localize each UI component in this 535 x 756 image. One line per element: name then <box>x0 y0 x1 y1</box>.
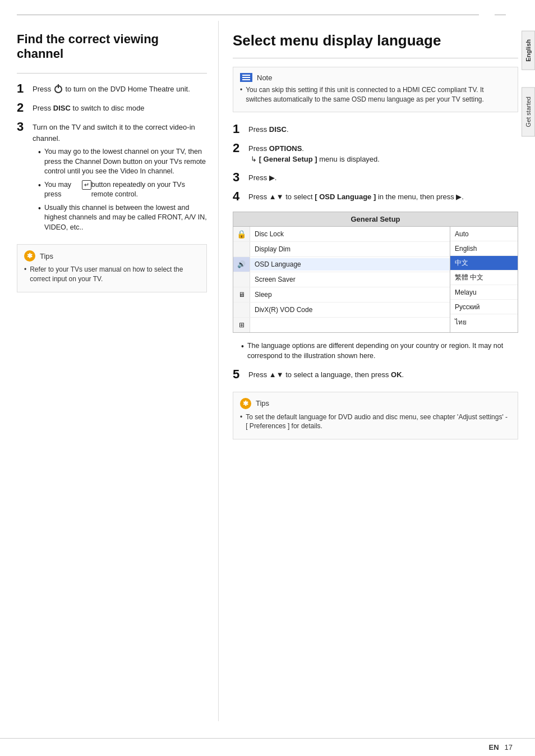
right-section-title: Select menu display language <box>233 32 518 49</box>
step-1-content: Press to turn on the DVD Home Theatre un… <box>33 82 207 95</box>
right-step-1-content: Press DISC. <box>248 122 518 135</box>
step-3-content: Turn on the TV and switch it to the corr… <box>33 120 207 236</box>
right-step-4-number: 4 <box>233 190 248 203</box>
setup-row-3: 🔊 OSD Language <box>233 257 450 272</box>
sidebar-english-tab: English <box>522 31 535 70</box>
general-setup-table: General Setup 🔒 Disc Lock <box>233 212 518 333</box>
display-dim-label: Display Dim <box>250 243 450 255</box>
right-sidebar: English Get started <box>522 31 535 136</box>
main-content: Find the correct viewing channel 1 Press… <box>0 15 535 732</box>
step-2-content: Press DISC to switch to disc mode <box>33 101 207 114</box>
note-label: Note <box>257 74 272 82</box>
setup-left-col: 🔒 Disc Lock Display Dim <box>233 227 450 332</box>
left-step-2: 2 Press DISC to switch to disc mode <box>17 101 207 114</box>
setup-row-1: 🔒 Disc Lock <box>233 227 450 242</box>
grid-icon-row: ⊞ <box>233 318 250 332</box>
empty-label <box>250 323 450 327</box>
right-step-4: 4 Press ▲▼ to select [ OSD Language ] in… <box>233 190 518 203</box>
lang-row-english: English <box>450 241 518 256</box>
sidebar-get-started-tab: Get started <box>522 87 535 136</box>
bullet-1: You may go to the lowest channel on your… <box>38 147 207 177</box>
submenu-arrow: ↳ <box>251 155 257 163</box>
note-line-2 <box>242 77 250 78</box>
note-line-1 <box>242 75 250 76</box>
display-dim-icon-row <box>233 242 250 256</box>
lang-row-malay: Melayu <box>450 285 518 300</box>
setup-row-4: Screen Saver <box>233 272 450 287</box>
right-step-3: 3 Press ▶. <box>233 171 518 184</box>
screen-saver-icon-row <box>233 272 250 287</box>
right-step-2-content: Press OPTIONS. ↳ [ General Setup ] menu … <box>248 141 518 165</box>
osd-language-label: OSD Language <box>250 258 450 271</box>
options-label: OPTIONS <box>269 144 302 153</box>
page-number: 17 <box>505 743 513 752</box>
lang-row-chinese-trad: 繁體 中文 <box>450 271 518 285</box>
right-tips-item: To set the default language for DVD audi… <box>240 413 511 432</box>
left-tips-box: ✱ Tips Refer to your TVs user manual on … <box>17 244 207 292</box>
disc-lock-icon-row: 🔒 <box>233 227 250 241</box>
left-step-1: 1 Press to turn on the DVD Home Theatre … <box>17 82 207 95</box>
note-line-3 <box>242 79 250 80</box>
right-column: Select menu display language Note You <box>219 21 518 721</box>
lang-row-russian: Русский <box>450 300 518 314</box>
setup-row-6: DivX(R) VOD Code <box>233 303 450 318</box>
sleep-icon-row: 🖥 <box>233 287 250 302</box>
sleep-label: Sleep <box>250 288 450 301</box>
general-setup-body: 🔒 Disc Lock Display Dim <box>233 227 518 332</box>
divx-label: DivX(R) VOD Code <box>250 304 450 316</box>
setup-row-5: 🖥 Sleep <box>233 287 450 303</box>
speaker-icon: 🔊 <box>237 260 246 268</box>
right-step-5-number: 5 <box>233 368 248 381</box>
return-icon: ↵ <box>82 180 91 190</box>
disc-label-r1: DISC <box>269 125 287 134</box>
disc-lock-label: Disc Lock <box>250 228 450 240</box>
disc-label-2: DISC <box>53 104 71 112</box>
en-label: EN <box>488 743 499 752</box>
bottom-bar: EN 17 <box>0 738 535 756</box>
power-icon-inline <box>54 85 62 93</box>
note-icon <box>240 73 252 82</box>
note-header: Note <box>240 73 511 82</box>
lock-icon: 🔒 <box>237 230 246 239</box>
left-section-divider <box>17 73 207 74</box>
step-3-bullets: You may go to the lowest channel on your… <box>38 147 207 232</box>
note-icon-lines <box>242 75 250 80</box>
screen-saver-label: Screen Saver <box>250 273 450 286</box>
right-step-2: 2 Press OPTIONS. ↳ [ General Setup ] men… <box>233 141 518 165</box>
tips-label: Tips <box>40 252 53 260</box>
note-content-list: You can skip this setting if this unit i… <box>240 85 511 104</box>
tips-icon: ✱ <box>24 250 35 262</box>
tips-item: Refer to your TVs user manual on how to … <box>24 265 200 284</box>
bullet-3: Usually this channel is between the lowe… <box>38 203 207 233</box>
language-note-item: The language options are different depen… <box>241 341 518 361</box>
general-setup-ref: [ General Setup ] <box>259 155 317 163</box>
step-1-number: 1 <box>17 82 33 95</box>
left-steps-list: 1 Press to turn on the DVD Home Theatre … <box>17 82 207 236</box>
lang-row-thai: ไทย <box>450 314 518 329</box>
right-tips-header: ✱ Tips <box>240 398 511 409</box>
osd-icon-row: 🔊 <box>233 257 250 272</box>
right-step-4-content: Press ▲▼ to select [ OSD Language ] in t… <box>248 190 518 203</box>
right-step-5-content: Press ▲▼ to select a language, then pres… <box>248 368 518 381</box>
right-steps-list: 1 Press DISC. 2 Press OPTIONS. ↳ [ Gener… <box>233 122 518 204</box>
setup-row-2: Display Dim <box>233 242 450 257</box>
right-tips-label: Tips <box>256 399 269 407</box>
right-step-1: 1 Press DISC. <box>233 122 518 136</box>
note-box: Note You can skip this setting if this u… <box>233 67 518 112</box>
right-step-5: 5 Press ▲▼ to select a language, then pr… <box>233 368 518 381</box>
page-container: English Get started Find the correct vie… <box>0 0 535 756</box>
ok-label: OK <box>391 370 402 379</box>
step-3-number: 3 <box>17 120 33 134</box>
tips-content: Refer to your TVs user manual on how to … <box>24 265 200 284</box>
right-step-1-number: 1 <box>233 122 248 136</box>
left-column: Find the correct viewing channel 1 Press… <box>17 21 219 721</box>
general-setup-header: General Setup <box>233 212 518 227</box>
step-2-number: 2 <box>17 101 33 114</box>
osd-language-ref: [ OSD Language ] <box>315 193 376 201</box>
setup-row-7: ⊞ <box>233 318 450 332</box>
right-tips-box: ✱ Tips To set the default language for D… <box>233 392 518 440</box>
note-item: You can skip this setting if this unit i… <box>240 85 511 104</box>
left-section-title: Find the correct viewing channel <box>17 32 207 62</box>
right-section-divider <box>233 58 518 58</box>
tips-header: ✱ Tips <box>24 250 200 262</box>
